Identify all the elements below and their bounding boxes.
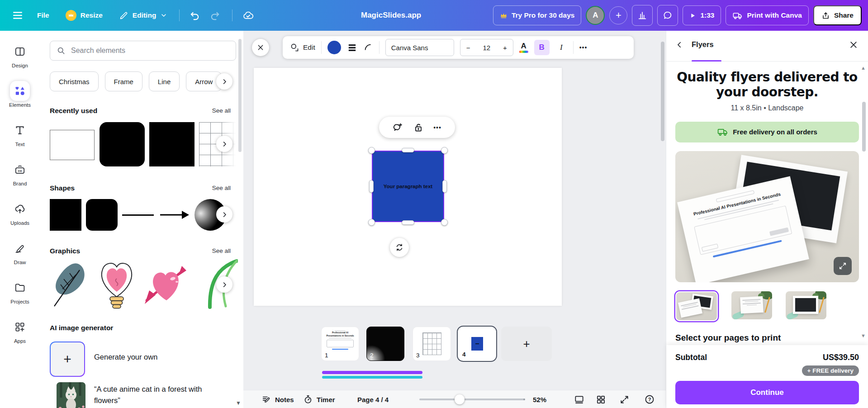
add-member-button[interactable]: + bbox=[609, 6, 627, 24]
graphics-see-all[interactable]: See all bbox=[212, 247, 231, 254]
presentation-view-icon[interactable] bbox=[573, 394, 585, 405]
hamburger-menu-icon[interactable] bbox=[12, 9, 24, 21]
try-pro-button[interactable]: Try Pro for 30 days bbox=[493, 5, 582, 25]
back-icon[interactable] bbox=[675, 41, 683, 49]
chip-line[interactable]: Line bbox=[149, 71, 180, 91]
page-thumbnail-4-selected[interactable]: 4 bbox=[458, 327, 496, 361]
editing-mode-dropdown[interactable]: Editing bbox=[119, 11, 168, 20]
design-title[interactable]: MagicSlides.app bbox=[361, 0, 421, 31]
resize-handle-sw[interactable] bbox=[368, 219, 375, 226]
chip-christmas[interactable]: Christmas bbox=[50, 71, 99, 91]
sidebar-item-draw[interactable]: Draw bbox=[0, 238, 40, 278]
search-input[interactable] bbox=[70, 46, 229, 55]
italic-button[interactable]: I bbox=[555, 40, 567, 55]
text-color-button[interactable]: A bbox=[519, 42, 528, 53]
edit-button[interactable]: Edit bbox=[290, 43, 315, 52]
cloud-save-status-icon[interactable] bbox=[242, 10, 254, 21]
blue-square-element[interactable]: Your paragraph text bbox=[372, 151, 444, 222]
sidebar-item-text[interactable]: Text bbox=[0, 120, 40, 160]
mockup-thumbnail-2[interactable] bbox=[731, 291, 772, 319]
chip-frame[interactable]: Frame bbox=[105, 71, 142, 91]
zoom-slider-thumb[interactable] bbox=[455, 394, 465, 404]
fill-color-swatch[interactable] bbox=[327, 41, 341, 54]
avatar[interactable]: A bbox=[586, 6, 605, 25]
placeholder-text[interactable]: Your paragraph text bbox=[384, 184, 432, 189]
panel-scrollbar[interactable] bbox=[238, 39, 242, 152]
product-mockup-image[interactable]: Professional AI Presentations in Seconds bbox=[675, 151, 859, 282]
recently-used-see-all[interactable]: See all bbox=[212, 107, 231, 114]
recent-white-rectangle[interactable] bbox=[50, 130, 95, 160]
print-with-canva-button[interactable]: Print with Canva bbox=[726, 5, 808, 25]
generate-your-own-label[interactable]: Generate your own bbox=[94, 353, 157, 361]
font-size-value[interactable]: 12 bbox=[483, 44, 490, 52]
lock-icon[interactable] bbox=[413, 122, 424, 133]
flyers-panel-scrollbar[interactable] bbox=[862, 102, 866, 152]
resize-button[interactable]: Resize bbox=[66, 10, 103, 21]
recent-black-square[interactable] bbox=[149, 122, 194, 166]
page-thumbnail-1[interactable]: Professional AI Presentations in Seconds… bbox=[321, 327, 359, 361]
resize-handle-n[interactable] bbox=[402, 148, 414, 152]
add-page-button[interactable]: + bbox=[501, 327, 552, 361]
graphic-heart-arrow[interactable] bbox=[143, 261, 187, 307]
add-comment-icon[interactable] bbox=[393, 122, 403, 133]
panel-scroll-down-arrow[interactable]: ▼ bbox=[236, 400, 241, 406]
resize-handle-ne[interactable] bbox=[441, 147, 448, 154]
toolbar-more-button[interactable]: ••• bbox=[579, 44, 588, 51]
graphics-scroll-right-button[interactable] bbox=[216, 276, 232, 293]
shapes-scroll-right-button[interactable] bbox=[216, 206, 232, 223]
recently-used-scroll-right-button[interactable] bbox=[216, 136, 232, 152]
shape-arrow[interactable] bbox=[158, 199, 190, 231]
font-family-select[interactable]: Canva Sans bbox=[385, 39, 454, 56]
bold-button[interactable]: B bbox=[534, 40, 550, 55]
rotate-handle[interactable] bbox=[390, 238, 409, 257]
resize-handle-se[interactable] bbox=[441, 219, 448, 226]
zoom-slider-track[interactable] bbox=[419, 399, 524, 400]
generate-your-own-button[interactable]: + bbox=[50, 342, 85, 377]
tab-flyers[interactable]: Flyers bbox=[692, 40, 714, 49]
share-button[interactable]: Share bbox=[813, 5, 862, 25]
sidebar-item-design[interactable]: Design bbox=[0, 42, 40, 81]
shape-line[interactable] bbox=[122, 199, 154, 231]
resize-handle-nw[interactable] bbox=[368, 147, 375, 154]
recent-rounded-square[interactable] bbox=[100, 122, 145, 166]
insights-chart-button[interactable] bbox=[632, 5, 653, 26]
undo-button[interactable] bbox=[190, 10, 200, 21]
redo-button[interactable] bbox=[210, 10, 220, 21]
sidebar-item-projects[interactable]: Projects bbox=[0, 278, 40, 317]
stroke-weight-icon[interactable] bbox=[347, 43, 357, 53]
graphic-leaf[interactable] bbox=[49, 258, 90, 309]
search-elements-box[interactable] bbox=[50, 41, 236, 61]
page-indicator[interactable]: Page 4 / 4 bbox=[357, 390, 389, 408]
shape-square[interactable] bbox=[50, 199, 81, 231]
sidebar-item-uploads[interactable]: Uploads bbox=[0, 199, 40, 238]
fullscreen-icon[interactable] bbox=[618, 394, 630, 405]
selection-more-button[interactable]: ••• bbox=[433, 124, 441, 131]
sidebar-item-apps[interactable]: Apps bbox=[0, 317, 40, 356]
close-toolbar-button[interactable] bbox=[252, 39, 269, 56]
shape-rounded-square[interactable] bbox=[86, 199, 118, 231]
page-thumbnail-3[interactable]: 3 bbox=[413, 327, 451, 361]
font-size-increase[interactable]: + bbox=[503, 44, 507, 52]
help-icon[interactable]: ? bbox=[644, 394, 655, 405]
shapes-see-all[interactable]: See all bbox=[212, 185, 231, 191]
font-size-decrease[interactable]: − bbox=[466, 44, 470, 52]
mockup-thumbnail-1-selected[interactable] bbox=[675, 291, 718, 321]
panel-scroll-down-arrow[interactable]: ▼ bbox=[861, 333, 866, 338]
timer-button[interactable]: Timer bbox=[303, 390, 335, 408]
resize-handle-s[interactable] bbox=[402, 220, 414, 225]
chips-scroll-right-button[interactable] bbox=[216, 73, 232, 90]
ai-cat-image[interactable] bbox=[57, 382, 85, 408]
graphic-heart-lightbulb[interactable] bbox=[95, 256, 138, 311]
curve-icon[interactable] bbox=[363, 43, 373, 52]
resize-handle-w[interactable] bbox=[369, 180, 374, 193]
mockup-thumbnail-3[interactable] bbox=[786, 291, 826, 319]
close-icon[interactable] bbox=[849, 40, 858, 49]
present-button[interactable]: 1:33 bbox=[683, 5, 721, 25]
zoom-level[interactable]: 52% bbox=[533, 390, 546, 408]
sidebar-item-elements[interactable]: Elements bbox=[0, 81, 40, 120]
canvas-scrollbar[interactable] bbox=[661, 42, 664, 141]
notes-button[interactable]: Notes bbox=[261, 390, 294, 408]
ai-prompt-text[interactable]: “A cute anime cat in a forest with flowe… bbox=[94, 384, 230, 406]
continue-button[interactable]: Continue bbox=[675, 381, 859, 404]
grid-view-icon[interactable] bbox=[595, 394, 607, 405]
